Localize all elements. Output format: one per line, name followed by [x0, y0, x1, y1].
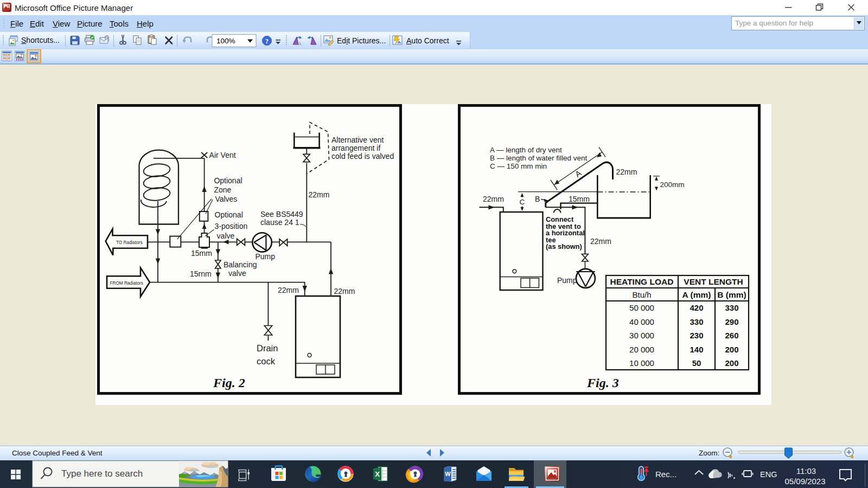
svg-text:290: 290	[725, 317, 738, 326]
svg-text:A — length of dry vent: A — length of dry vent	[490, 146, 562, 154]
svg-text:valve: valve	[217, 232, 235, 240]
svg-text:(as shown): (as shown)	[546, 242, 582, 251]
svg-text:HEATING LOAD: HEATING LOAD	[610, 277, 674, 286]
svg-text:330: 330	[725, 303, 738, 312]
svg-text:C: C	[520, 198, 525, 206]
svg-text:See BS5449: See BS5449	[260, 210, 303, 219]
svg-text:X: X	[375, 470, 380, 478]
svg-text:22mm: 22mm	[334, 287, 355, 296]
svg-text:Alternative vent: Alternative vent	[331, 136, 384, 144]
svg-text:22mm: 22mm	[278, 286, 299, 294]
svg-text:Fig. 3: Fig. 3	[586, 376, 619, 390]
svg-text:B: B	[535, 195, 540, 203]
svg-text:420: 420	[690, 303, 703, 312]
svg-text:50: 50	[692, 358, 701, 368]
svg-text:Air Vent: Air Vent	[209, 151, 236, 159]
svg-text:ENG: ENG	[760, 470, 777, 479]
svg-text:11:03: 11:03	[796, 466, 816, 476]
svg-text:22mm: 22mm	[483, 195, 504, 203]
svg-text:15mm: 15mm	[191, 249, 212, 258]
svg-text:260: 260	[725, 331, 738, 340]
svg-text:Balancing: Balancing	[224, 260, 257, 269]
svg-text:B — length of water filled ven: B — length of water filled vent	[490, 154, 588, 162]
svg-text:30 000: 30 000	[629, 331, 654, 340]
svg-text:B (mm): B (mm)	[717, 290, 746, 299]
svg-text:100%: 100%	[216, 37, 235, 45]
svg-text:230: 230	[690, 331, 703, 340]
svg-text:15mm: 15mm	[569, 195, 590, 203]
svg-text:22mm: 22mm	[616, 168, 637, 176]
svg-text:Optional: Optional	[214, 176, 242, 185]
svg-text:Optional: Optional	[215, 210, 243, 219]
svg-text:Drain: Drain	[257, 343, 278, 353]
svg-text:Fig. 2: Fig. 2	[213, 376, 245, 390]
svg-text:200: 200	[725, 358, 738, 368]
svg-text:TO Radiators: TO Radiators	[116, 240, 143, 245]
svg-text:Pump: Pump	[557, 276, 577, 285]
svg-text:15rnm: 15rnm	[190, 269, 212, 278]
svg-text:22mm: 22mm	[590, 237, 611, 246]
svg-text:Type here to search: Type here to search	[61, 468, 143, 479]
svg-text:Btu/h: Btu/h	[632, 290, 651, 299]
svg-text:cock: cock	[257, 356, 276, 366]
svg-text:valve: valve	[228, 269, 246, 278]
svg-text:40 000: 40 000	[629, 317, 654, 326]
svg-text:05/09/2023: 05/09/2023	[784, 477, 825, 486]
svg-text:20 000: 20 000	[629, 345, 654, 354]
svg-text:330: 330	[690, 317, 703, 326]
svg-text:200mm: 200mm	[660, 181, 685, 189]
svg-text:C — 150 mm min: C — 150 mm min	[490, 162, 547, 170]
svg-text:22mm: 22mm	[309, 190, 330, 199]
svg-text:clause 24 1: clause 24 1	[260, 218, 299, 227]
svg-text:Valves: Valves	[215, 195, 237, 203]
svg-text:10 000: 10 000	[629, 358, 654, 368]
svg-text:cold feed is valved: cold feed is valved	[331, 152, 394, 160]
svg-text:140: 140	[690, 345, 703, 354]
svg-text:FROM Radiators: FROM Radiators	[110, 281, 143, 286]
svg-text:50 000: 50 000	[629, 303, 654, 312]
svg-text:Rec...: Rec...	[655, 470, 676, 479]
svg-text:Zone: Zone	[214, 185, 231, 194]
svg-text:3-position: 3-position	[215, 222, 248, 230]
svg-text:W: W	[445, 471, 451, 477]
svg-text:A (mm): A (mm)	[682, 290, 711, 299]
svg-text:200: 200	[725, 345, 738, 354]
svg-text:arrangement if: arrangement if	[331, 144, 380, 152]
svg-text:Pump: Pump	[256, 252, 276, 261]
svg-text:VENT LENGTH: VENT LENGTH	[684, 277, 743, 286]
svg-text:?: ?	[265, 37, 269, 45]
